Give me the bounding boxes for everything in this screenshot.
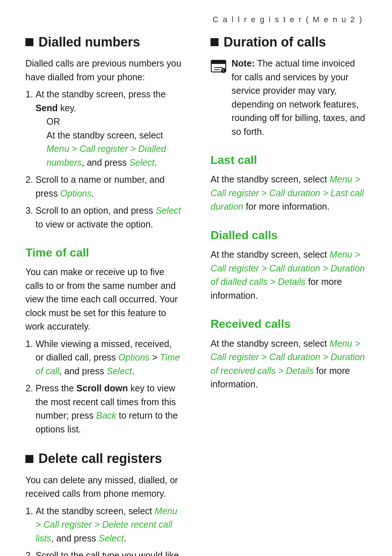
select-link-1: Select <box>129 157 154 168</box>
black-square-icon <box>25 38 33 46</box>
or-block: OR At the standby screen, select Menu > … <box>46 115 181 169</box>
note-svg-icon: ! <box>211 58 226 74</box>
black-square-icon-3 <box>211 38 219 46</box>
delete-step-2: Scroll to the call type you would like t… <box>36 549 181 556</box>
last-call-menu-link: Menu > Call register > Call duration > L… <box>211 174 364 211</box>
last-call-body: At the standby screen, select Menu > Cal… <box>211 173 367 214</box>
section-received-calls: Received calls At the standby screen, se… <box>211 315 367 391</box>
received-calls-body: At the standby screen, select Menu > Cal… <box>211 337 367 391</box>
section-time-of-call: Time of call You can make or receive up … <box>25 244 181 436</box>
section-last-call: Last call At the standby screen, select … <box>211 152 367 214</box>
section-dialled-numbers: Dialled numbers Dialled calls are previo… <box>25 33 181 231</box>
dialled-calls-menu-link: Menu > Call register > Call duration > D… <box>211 249 365 287</box>
dialled-numbers-steps: At the standby screen, press the Send ke… <box>36 88 181 231</box>
svg-rect-1 <box>211 60 226 64</box>
select-link-3: Select <box>107 366 132 376</box>
scroll-down-label: Scroll down <box>77 383 128 393</box>
options-link-2: Options <box>118 352 150 362</box>
dialled-numbers-title: Dialled numbers <box>25 33 181 52</box>
dialled-step-1: At the standby screen, press the Send ke… <box>36 88 181 169</box>
send-key-label: Send <box>36 103 58 113</box>
section-dialled-calls: Dialled calls At the standby screen, sel… <box>211 227 367 302</box>
duration-of-calls-title: Duration of calls <box>211 33 367 52</box>
delete-call-registers-body: You can delete any missed, dialled, or r… <box>25 474 181 501</box>
page-header: C a l l r e g i s t e r ( M e n u 2 ) <box>0 0 392 33</box>
dialled-calls-body: At the standby screen, select Menu > Cal… <box>211 248 367 302</box>
received-calls-title: Received calls <box>211 315 367 332</box>
dialled-numbers-intro: Dialled calls are previous numbers you h… <box>25 57 181 84</box>
select-link-4: Select <box>99 533 124 543</box>
delete-call-registers-steps: At the standby screen, select Menu > Cal… <box>36 504 181 556</box>
options-link-1: Options <box>60 188 91 198</box>
header-text: C a l l r e g i s t e r ( M e n u 2 ) <box>213 15 363 24</box>
delete-call-registers-title: Delete call registers <box>25 449 181 468</box>
svg-text:!: ! <box>222 69 224 73</box>
time-step-1: While viewing a missed, received, or dia… <box>36 337 181 378</box>
received-calls-menu-link: Menu > Call register > Call duration > D… <box>211 338 365 376</box>
note-block: ! Note: The actual time invoiced for cal… <box>211 57 367 138</box>
section-duration-of-calls: Duration of calls ! Note: The actual ti <box>211 33 367 138</box>
time-of-call-title: Time of call <box>25 244 181 261</box>
section-delete-call-registers: Delete call registers You can delete any… <box>25 449 181 556</box>
dialled-step-2: Scroll to a name or number, and press Op… <box>36 173 181 200</box>
note-text-content: Note: The actual time invoiced for calls… <box>232 57 367 138</box>
note-icon: ! <box>211 58 226 78</box>
note-body: The actual time invoiced for calls and s… <box>232 58 365 137</box>
note-label: Note: <box>232 58 255 68</box>
last-call-title: Last call <box>211 152 367 168</box>
time-of-call-steps: While viewing a missed, received, or dia… <box>36 337 181 436</box>
time-step-2: Press the Scroll down key to view the mo… <box>36 382 181 436</box>
right-column: Duration of calls ! Note: The actual ti <box>196 33 367 556</box>
select-link-2: Select <box>156 205 181 215</box>
dialled-calls-title: Dialled calls <box>211 227 367 243</box>
left-column: Dialled numbers Dialled calls are previo… <box>25 33 196 556</box>
black-square-icon-2 <box>25 455 33 463</box>
back-link: Back <box>96 410 117 420</box>
delete-step-1: At the standby screen, select Menu > Cal… <box>36 504 181 545</box>
dialled-step-3: Scroll to an option, and press Select to… <box>36 204 181 231</box>
time-of-call-body: You can make or receive up to five calls… <box>25 265 181 334</box>
